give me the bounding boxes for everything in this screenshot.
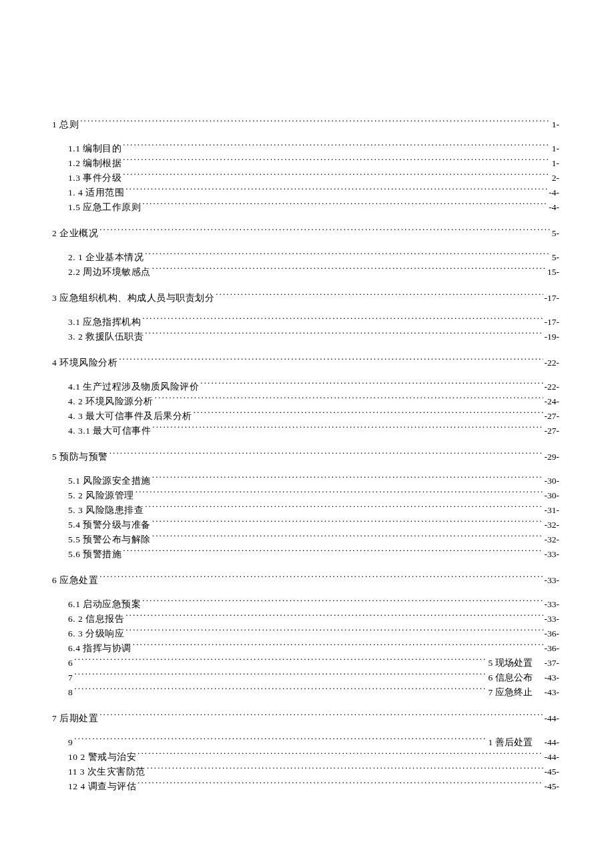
table-of-contents: 1 总则 1-1.1 编制目的 1-1.2 编制根据 1-1.3 事件分级 2-… xyxy=(52,117,559,794)
toc-page-number: -17- xyxy=(545,315,560,330)
toc-page-number: -30- xyxy=(545,488,560,503)
toc-leader-dots xyxy=(147,766,543,775)
toc-page-number: -33- xyxy=(545,547,560,562)
toc-page-number: -19- xyxy=(545,330,560,344)
toc-label: 5.1 风险源安全措施 xyxy=(68,474,151,488)
toc-page-number: -29- xyxy=(545,450,560,464)
toc-page-number: 15- xyxy=(547,265,559,280)
toc-item: 4.1 生产过程涉及物质风险评价 -22- xyxy=(52,380,559,394)
toc-subitems: 6.1 启动应急预案 -33-6. 2 信息报告 -33-6. 3 分级响应 -… xyxy=(52,597,559,700)
toc-leader-dots xyxy=(137,751,543,761)
toc-label: 1 总则 xyxy=(52,117,79,132)
toc-subitems: 3.1 应急指挥机构 -17-3. 2 救援队伍职责 -19- xyxy=(52,315,559,344)
toc-leader-dots xyxy=(99,574,543,584)
toc-section: 2 企业概况 5-2. 1 企业基本情况 5-2.2 周边环境敏感点 15- xyxy=(52,226,559,280)
toc-heading: 3 应急组织机构、构成人员与职责划分 -17- xyxy=(52,291,559,306)
toc-item: 1.5 应急工作原则 -4- xyxy=(52,200,559,215)
toc-label: 1.1 编制目的 xyxy=(68,141,121,156)
toc-label: 2. 1 企业基本情况 xyxy=(68,250,143,265)
toc-item: 3. 2 救援队伍职责 -19- xyxy=(52,330,559,344)
toc-section: 6 应急处置 -33-6.1 启动应急预案 -33-6. 2 信息报告 -33-… xyxy=(52,573,559,700)
toc-leader-dots xyxy=(123,172,551,181)
toc-label: 6. 3 分级响应 xyxy=(68,626,124,641)
toc-label: 4. 3 最大可信事件及后果分析 xyxy=(68,409,192,424)
toc-leader-dots xyxy=(125,613,543,622)
toc-page-number: -22- xyxy=(545,380,560,394)
toc-leader-dots xyxy=(74,687,487,696)
toc-page-number: 2- xyxy=(552,171,559,185)
toc-subitems: 5.1 风险源安全措施 -30-5. 2 风险源管理 -30-5. 3 风险隐患… xyxy=(52,474,559,562)
toc-section: 5 预防与预警 -29-5.1 风险源安全措施 -30-5. 2 风险源管理 -… xyxy=(52,450,559,562)
toc-item: 5. 3 风险隐患排查 -31- xyxy=(52,503,559,518)
toc-label: 2 企业概况 xyxy=(52,226,98,241)
toc-leader-dots xyxy=(145,331,543,340)
toc-leader-dots xyxy=(152,534,543,543)
toc-item: 5. 2 风险源管理 -30- xyxy=(52,488,559,503)
toc-leader-dots xyxy=(74,737,487,746)
toc-item: 11 3 次生灾害防范 -45- xyxy=(52,765,559,779)
toc-label: 7 后期处置 xyxy=(52,711,98,726)
toc-subitems: 4.1 生产过程涉及物质风险评价 -22-4. 2 环境风险源分析 -24-4.… xyxy=(52,380,559,438)
toc-label: 6. 2 信息报告 xyxy=(68,612,124,626)
toc-page-number: -17- xyxy=(545,291,560,306)
toc-leader-dots xyxy=(145,504,543,514)
toc-label: 5.5 预警公布与解除 xyxy=(68,532,151,547)
toc-leader-dots xyxy=(123,548,543,558)
toc-page-number: 5 现场处置 xyxy=(488,656,532,671)
toc-label: 10 2 警戒与治安 xyxy=(68,750,136,765)
toc-leader-dots xyxy=(155,396,543,405)
toc-page-number: -32- xyxy=(545,518,560,532)
toc-page-number: -36- xyxy=(545,626,560,641)
toc-item: 12 4 调查与评估 -45- xyxy=(52,779,559,794)
toc-label: 6 应急处置 xyxy=(52,573,98,588)
toc-item: 6.1 启动应急预案 -33- xyxy=(52,597,559,612)
toc-item: 10 2 警戒与治安 -44- xyxy=(52,750,559,765)
toc-page-number: -32- xyxy=(545,532,560,547)
toc-page-number: -45- xyxy=(545,765,560,779)
toc-page-number: 7 应急终止 xyxy=(488,685,532,700)
toc-leader-dots xyxy=(133,642,543,652)
toc-label: 3. 2 救援队伍职责 xyxy=(68,330,143,344)
toc-page-number: -44- xyxy=(545,711,560,726)
toc-item: 2. 1 企业基本情况 5- xyxy=(52,250,559,265)
toc-item: 6.4 指挥与协调 -36- xyxy=(52,641,559,656)
toc-page-number: 1- xyxy=(552,117,559,132)
toc-overflow-text: -43- xyxy=(533,685,560,700)
toc-page-number: -30- xyxy=(545,474,560,488)
toc-label: 4.1 生产过程涉及物质风险评价 xyxy=(68,380,199,394)
toc-label: 5. 2 风险源管理 xyxy=(68,488,134,503)
toc-label: 5.4 预警分级与准备 xyxy=(68,518,151,532)
toc-subitems: 1.1 编制目的 1-1.2 编制根据 1-1.3 事件分级 2-1. 4 适用… xyxy=(52,141,559,215)
toc-item: 4. 2 环境风险源分析 -24- xyxy=(52,394,559,409)
toc-leader-dots xyxy=(152,519,543,528)
toc-page-number: -27- xyxy=(545,409,560,424)
toc-leader-dots xyxy=(74,657,487,667)
toc-heading: 5 预防与预警 -29- xyxy=(52,450,559,464)
toc-leader-dots xyxy=(125,187,547,196)
toc-item: 1. 4 适用范围 -4- xyxy=(52,185,559,200)
toc-label: 8 xyxy=(68,685,73,700)
toc-leader-dots xyxy=(125,628,543,637)
toc-item: 5.6 预警措施 -33- xyxy=(52,547,559,562)
toc-leader-dots xyxy=(145,252,551,261)
toc-leader-dots xyxy=(80,119,551,128)
toc-item: 3.1 应急指挥机构 -17- xyxy=(52,315,559,330)
toc-item: 2.2 周边环境敏感点 15- xyxy=(52,265,559,280)
toc-page-number: -24- xyxy=(545,394,560,409)
toc-leader-dots xyxy=(99,713,543,722)
toc-leader-dots xyxy=(200,381,543,390)
toc-page-number: 5- xyxy=(552,226,559,241)
toc-heading: 2 企业概况 5- xyxy=(52,226,559,241)
toc-leader-dots xyxy=(99,228,551,237)
toc-label: 4. 3.1 最大可信事件 xyxy=(68,424,151,438)
toc-page-number: -31- xyxy=(545,503,560,518)
toc-leader-dots xyxy=(74,672,487,681)
toc-label: 5 预防与预警 xyxy=(52,450,108,464)
toc-leader-dots xyxy=(142,316,543,326)
toc-leader-dots xyxy=(152,475,543,484)
toc-leader-dots xyxy=(142,201,547,211)
toc-item: 5.1 风险源安全措施 -30- xyxy=(52,474,559,488)
toc-label: 1. 4 适用范围 xyxy=(68,185,124,200)
toc-section: 1 总则 1-1.1 编制目的 1-1.2 编制根据 1-1.3 事件分级 2-… xyxy=(52,117,559,215)
toc-section: 4 环境风险分析 -22-4.1 生产过程涉及物质风险评价 -22-4. 2 环… xyxy=(52,356,559,438)
